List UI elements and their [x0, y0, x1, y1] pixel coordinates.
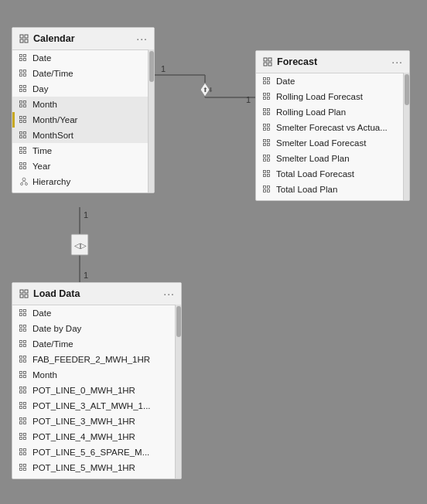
svg-rect-124	[24, 468, 26, 470]
field-grid-icon	[262, 138, 272, 148]
field-row: FAB_FEEDER_2_MWH_1HR	[12, 352, 181, 367]
svg-rect-76	[268, 189, 270, 192]
field-name: POT_LINE_0_MWH_1HR	[32, 386, 135, 395]
field-name: MonthSort	[32, 131, 73, 140]
svg-rect-46	[268, 77, 270, 80]
svg-rect-72	[268, 174, 270, 176]
field-grid-icon	[19, 324, 29, 334]
field-grid-icon	[19, 355, 29, 365]
svg-rect-34	[20, 166, 22, 169]
loaddata-table[interactable]: Load Data ··· Date Date by Day Date/Time	[12, 282, 182, 479]
field-grid-icon	[19, 463, 29, 473]
table-grid-icon	[19, 33, 29, 44]
forecast-scrollbar[interactable]	[403, 73, 409, 200]
svg-rect-27	[24, 135, 26, 138]
field-grid-icon	[19, 432, 29, 442]
svg-rect-21	[24, 116, 26, 118]
field-grid-icon	[262, 185, 272, 195]
loaddata-scrollbar[interactable]	[175, 305, 181, 478]
svg-rect-82	[24, 309, 26, 312]
scrollbar-thumb[interactable]	[176, 306, 181, 337]
forecast-header[interactable]: Forecast ···	[256, 51, 409, 73]
svg-rect-120	[24, 452, 26, 455]
field-name: Smelter Load Forecast	[276, 138, 366, 148]
svg-rect-111	[20, 421, 22, 424]
svg-rect-32	[20, 162, 22, 165]
field-name: POT_LINE_4_MWH_1HR	[32, 432, 135, 441]
svg-rect-47	[264, 81, 266, 83]
field-row: Rolling Load Plan	[256, 104, 409, 120]
calendar-header[interactable]: Calendar ···	[12, 28, 154, 50]
scrollbar-thumb[interactable]	[405, 74, 409, 105]
field-grid-icon	[19, 53, 29, 63]
svg-rect-80	[25, 295, 28, 298]
svg-rect-115	[20, 437, 22, 439]
svg-rect-57	[264, 124, 266, 126]
svg-rect-10	[20, 73, 22, 76]
svg-rect-96	[24, 359, 26, 362]
svg-rect-60	[268, 128, 270, 130]
join-arrows-2: ◁▷	[74, 241, 87, 250]
field-row: Year	[12, 158, 154, 174]
relation-label-1: 1	[161, 64, 166, 73]
field-row: Day	[12, 81, 154, 97]
svg-rect-122	[24, 464, 26, 466]
svg-rect-110	[24, 417, 26, 420]
field-grid-icon	[19, 100, 29, 110]
field-row: MonthSort	[12, 128, 154, 143]
svg-rect-3	[25, 39, 28, 43]
field-row: Date/Time	[12, 336, 181, 352]
join-symbol-calendar-loaddata	[71, 234, 88, 255]
forecast-fields: Date Rolling Load Forecast Rolling Load …	[256, 73, 409, 197]
loaddata-header[interactable]: Load Data ···	[12, 283, 181, 305]
field-row: Month	[12, 367, 181, 383]
calendar-scrollbar[interactable]	[148, 49, 154, 192]
svg-rect-31	[24, 151, 26, 153]
calendar-title-group: Calendar	[19, 33, 75, 44]
relation-label-3: 1	[84, 271, 88, 280]
svg-rect-81	[20, 309, 22, 312]
svg-rect-23	[24, 120, 26, 122]
calendar-menu-button[interactable]: ···	[136, 32, 148, 45]
svg-rect-9	[24, 70, 26, 72]
field-row: Date/Time	[12, 66, 154, 81]
field-row: Smelter Load Plan	[256, 151, 409, 166]
forecast-title: Forecast	[277, 56, 317, 67]
field-grid-icon	[262, 107, 272, 117]
field-row: Smelter Forecast vs Actua...	[256, 120, 409, 135]
svg-rect-22	[20, 120, 22, 122]
svg-rect-66	[268, 155, 270, 157]
svg-rect-50	[268, 93, 270, 95]
field-name: FAB_FEEDER_2_MWH_1HR	[32, 355, 150, 364]
svg-rect-73	[264, 186, 266, 188]
svg-rect-114	[24, 433, 26, 435]
svg-rect-26	[20, 135, 22, 138]
svg-rect-88	[24, 329, 26, 331]
svg-rect-116	[24, 437, 26, 439]
table-grid-icon	[19, 288, 29, 299]
hierarchy-icon	[19, 177, 29, 187]
svg-rect-17	[24, 100, 26, 103]
svg-rect-7	[24, 58, 26, 60]
field-grid-icon	[262, 123, 272, 133]
svg-rect-92	[24, 344, 26, 346]
field-row: Date	[12, 305, 181, 321]
svg-rect-90	[24, 340, 26, 342]
scrollbar-thumb[interactable]	[149, 51, 154, 82]
svg-rect-12	[20, 85, 22, 87]
loaddata-menu-button[interactable]: ···	[163, 288, 175, 300]
field-grid-icon	[19, 386, 29, 396]
calendar-table[interactable]: Calendar ··· Date Date/Time Day Mo	[12, 27, 155, 193]
svg-rect-59	[264, 128, 266, 130]
svg-rect-48	[268, 81, 270, 83]
svg-rect-42	[268, 58, 272, 61]
svg-rect-119	[20, 452, 22, 455]
forecast-menu-button[interactable]: ···	[391, 56, 403, 68]
svg-rect-106	[24, 402, 26, 404]
svg-rect-117	[20, 448, 22, 451]
field-row: Smelter Load Forecast	[256, 135, 409, 151]
field-name: Smelter Load Plan	[276, 154, 350, 163]
field-row: Month/Year	[12, 112, 154, 128]
svg-rect-123	[20, 468, 22, 470]
forecast-table[interactable]: Forecast ··· Date Rolling Load Forecast …	[255, 50, 410, 201]
